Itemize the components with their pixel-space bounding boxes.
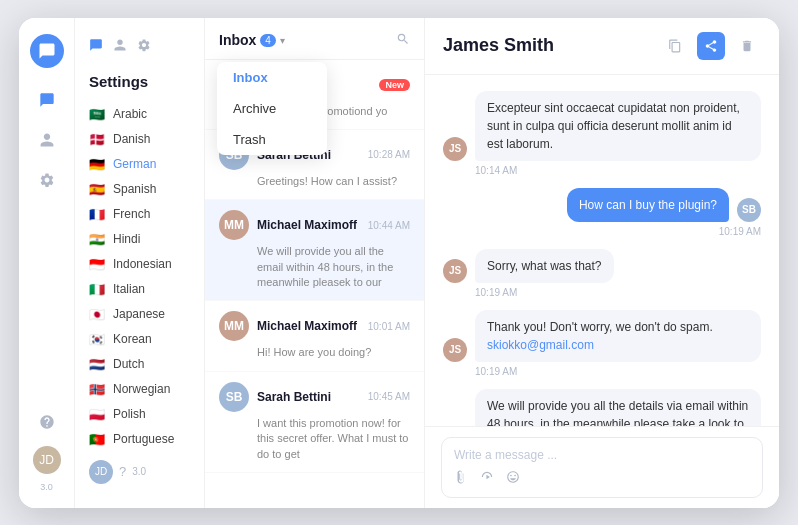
conv-avatar: SB [219,382,249,412]
msg-bubble-wrap: JS Excepteur sint occaecat cupidatat non… [443,91,761,161]
msg-bubble: Sorry, what was that? [475,249,614,283]
message-row: JS Thank you! Don't worry, we don't do s… [443,310,761,377]
gear-settings-nav[interactable] [137,38,151,55]
msg-time: 10:19 AM [443,366,517,377]
lang-indonesian[interactable]: 🇮🇩Indonesian [75,252,204,277]
copy-action-button[interactable] [661,32,689,60]
lang-arabic[interactable]: 🇸🇦Arabic [75,102,204,127]
app-logo [30,34,64,68]
chat-messages: JS Excepteur sint occaecat cupidatat non… [425,75,779,426]
inbox-count-badge: 4 [260,34,276,47]
message-row: How can I buy the plugin? SB 10:19 AM [443,188,761,237]
lang-portuguese[interactable]: 🇵🇹Portuguese [75,427,204,452]
lang-japanese[interactable]: 🇯🇵Japanese [75,302,204,327]
msg-time: 10:19 AM [719,226,761,237]
audio-icon[interactable] [480,470,494,487]
chat-contact-name: James Smith [443,35,554,56]
emoji-icon[interactable] [506,470,520,487]
lang-italian[interactable]: 🇮🇹Italian [75,277,204,302]
lang-danish[interactable]: 🇩🇰Danish [75,127,204,152]
users-nav-icon[interactable] [31,124,63,156]
inbox-title-row: Inbox 4 ▾ [219,32,285,48]
message-row: JS Sorry, what was that? 10:19 AM [443,249,761,298]
lang-spanish[interactable]: 🇪🇸Spanish [75,177,204,202]
chat-input-area: Write a message ... [425,426,779,508]
conversation-item[interactable]: SB Sarah Bettini 10:45 AM I want this pr… [205,372,424,473]
chat-panel: James Smith [425,18,779,508]
settings-sidebar-bottom: JD ? 3.0 [75,452,204,492]
app-container: JD 3.0 [19,18,779,508]
far-sidebar-bottom: JD 3.0 [31,406,63,492]
lang-norwegian[interactable]: 🇳🇴Norwegian [75,377,204,402]
conv-preview: We will provide you all the email within… [219,244,410,290]
conversation-item-active[interactable]: MM Michael Maximoff 10:44 AM We will pro… [205,200,424,301]
attachment-icon[interactable] [454,470,468,487]
dropdown-inbox[interactable]: Inbox [217,62,327,93]
conv-preview: I want this promotion now! for this secr… [219,416,410,462]
settings-sidebar: Settings 🇸🇦Arabic 🇩🇰Danish 🇩🇪German 🇪🇸Sp… [75,18,205,508]
lang-korean[interactable]: 🇰🇷Korean [75,327,204,352]
conversation-item[interactable]: MM Michael Maximoff 10:01 AM Hi! How are… [205,301,424,371]
dropdown-archive[interactable]: Archive [217,93,327,124]
chat-input-placeholder: Write a message ... [454,448,750,462]
main-content: Inbox 4 ▾ Inbox Archive Trash [205,18,779,508]
msg-bubble: We will provide you all the details via … [475,389,761,426]
msg-time: 10:14 AM [443,165,517,176]
lang-dutch[interactable]: 🇳🇱Dutch [75,352,204,377]
settings-nav-icon[interactable] [31,164,63,196]
conv-item-header: MM Michael Maximoff 10:44 AM [219,210,410,240]
email-link[interactable]: skiokko@gmail.com [487,338,594,352]
lang-polish[interactable]: 🇵🇱Polish [75,402,204,427]
chat-header: James Smith [425,18,779,75]
message-row: JS Excepteur sint occaecat cupidatat non… [443,91,761,176]
msg-avatar: JS [443,259,467,283]
inbox-dropdown-chevron[interactable]: ▾ [280,35,285,46]
conv-name: Michael Maximoff [257,218,360,232]
conv-preview: Greetings! How can I assist? [219,174,410,189]
conv-avatar: MM [219,311,249,341]
help-nav-icon[interactable] [31,406,63,438]
inbox-panel: Inbox 4 ▾ Inbox Archive Trash [205,18,425,508]
share-action-button[interactable] [697,32,725,60]
conv-avatar: MM [219,210,249,240]
msg-time: 10:19 AM [443,287,517,298]
conv-item-header: MM Michael Maximoff 10:01 AM [219,311,410,341]
conv-time: 10:01 AM [368,321,410,332]
msg-bubble-wrap: JS Sorry, what was that? [443,249,614,283]
lang-german[interactable]: 🇩🇪German [75,152,204,177]
chat-settings-nav[interactable] [89,38,103,55]
conv-name: Sarah Bettini [257,390,360,404]
conv-item-header: SB Sarah Bettini 10:45 AM [219,382,410,412]
language-list: 🇸🇦Arabic 🇩🇰Danish 🇩🇪German 🇪🇸Spanish 🇫🇷F… [75,102,204,452]
chat-input-box[interactable]: Write a message ... [441,437,763,498]
settings-avatar[interactable]: JD [89,460,113,484]
msg-bubble-wrap: How can I buy the plugin? SB [567,188,761,222]
msg-bubble: Thank you! Don't worry, we don't do spam… [475,310,761,362]
user-settings-nav[interactable] [113,38,127,55]
inbox-dropdown-menu: Inbox Archive Trash [217,62,327,155]
conv-name: Michael Maximoff [257,319,360,333]
settings-version: 3.0 [132,466,146,477]
message-row: JS We will provide you all the details v… [443,389,761,426]
chat-input-icons [454,470,750,487]
conv-preview: Hi! How are you doing? [219,345,410,360]
lang-french[interactable]: 🇫🇷French [75,202,204,227]
msg-bubble: How can I buy the plugin? [567,188,729,222]
msg-bubble: Excepteur sint occaecat cupidatat non pr… [475,91,761,161]
inbox-search-icon[interactable] [396,32,410,49]
new-badge: New [379,79,410,91]
inbox-title: Inbox [219,32,256,48]
conv-time: 10:45 AM [368,391,410,402]
msg-avatar: JS [443,137,467,161]
dropdown-trash[interactable]: Trash [217,124,327,155]
settings-help-icon[interactable]: ? [119,464,126,479]
msg-bubble-wrap: JS We will provide you all the details v… [443,389,761,426]
msg-avatar: SB [737,198,761,222]
chat-nav-icon[interactable] [31,84,63,116]
version-far: 3.0 [40,482,53,492]
chat-header-actions [661,32,761,60]
user-avatar-far[interactable]: JD [33,446,61,474]
conv-time: 10:44 AM [368,220,410,231]
delete-action-button[interactable] [733,32,761,60]
lang-hindi[interactable]: 🇮🇳Hindi [75,227,204,252]
